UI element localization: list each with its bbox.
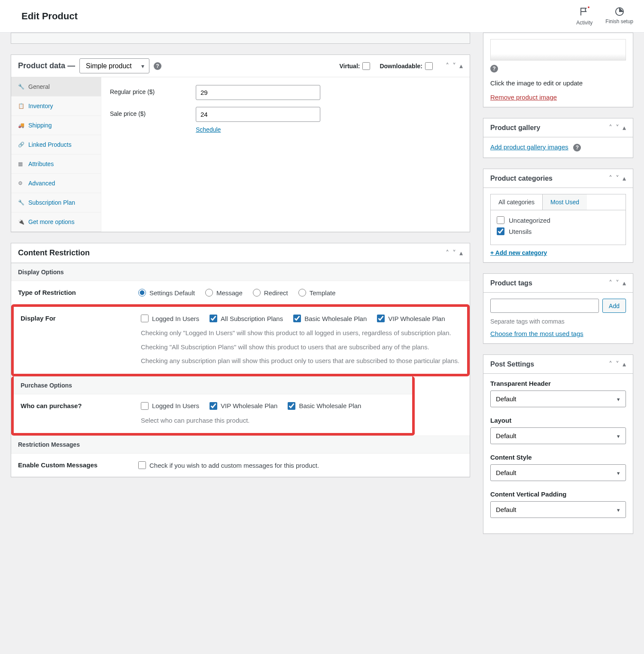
layout-label: Layout [490,417,626,424]
add-tag-button[interactable]: Add [602,299,626,313]
plugin-icon: 🔌 [18,219,24,225]
tab-inventory[interactable]: 📋Inventory [11,97,101,116]
enable-custom-label: Enable Custom Messages [18,461,138,469]
tab-shipping[interactable]: 🚚Shipping [11,116,101,135]
product-tags-box: Product tags ˄˅▴ Add Separate tags with … [483,273,633,344]
chevron-down-icon[interactable]: ˅ [616,360,619,368]
display-help-3: Checking any subscription plan will show… [141,356,460,366]
add-gallery-link[interactable]: Add product gallery images [490,143,568,151]
purchase-options-header: Purchase Options [14,376,412,394]
who-can-purchase-label: Who can purchase? [21,402,141,409]
regular-price-input[interactable] [196,85,320,100]
cat-uncategorized[interactable]: Uncategorized [497,216,620,224]
tab-advanced[interactable]: ⚙Advanced [11,174,101,193]
content-style-select[interactable]: Default [490,464,626,481]
tag-desc: Separate tags with commas [490,318,626,325]
restriction-template-radio[interactable]: Template [298,289,336,297]
link-icon: 🔗 [18,142,24,148]
layout-select[interactable]: Default [490,427,626,444]
wrench-icon: 🔧 [18,200,24,206]
chevron-up-icon[interactable]: ˄ [446,62,449,70]
choose-tags-link[interactable]: Choose from the most used tags [490,330,583,337]
vertical-padding-select[interactable]: Default [490,501,626,518]
restriction-default-radio[interactable]: Settings Default [138,289,195,297]
help-icon[interactable]: ? [490,65,498,73]
display-logged-in-check[interactable]: Logged In Users [141,315,199,322]
restriction-message-radio[interactable]: Message [205,289,243,297]
triangle-up-icon[interactable]: ▴ [623,174,626,182]
downloadable-toggle[interactable]: Downloadable: [380,62,433,70]
tab-subscription[interactable]: 🔧Subscription Plan [11,193,101,212]
display-basic-check[interactable]: Basic Wholesale Plan [293,315,367,322]
page-title: Edit Product [21,11,78,22]
transparent-header-label: Transparent Header [490,380,626,387]
product-gallery-box: Product gallery ˄˅▴ Add product gallery … [483,118,633,158]
restriction-redirect-radio[interactable]: Redirect [253,289,288,297]
purchase-help: Select who can purchase this product. [141,416,405,426]
cat-utensils[interactable]: Utensils [497,227,620,235]
purchase-basic-check[interactable]: Basic Wholesale Plan [288,402,361,410]
tag-input[interactable] [490,299,599,313]
chevron-up-icon[interactable]: ˄ [609,124,612,132]
chevron-up-icon[interactable]: ˄ [609,360,612,368]
content-restriction-box: Content Restriction ˄ ˅ ▴ Display Option… [11,243,470,477]
triangle-up-icon[interactable]: ▴ [623,279,626,287]
product-data-title: Product data — [18,61,75,70]
post-settings-box: Post Settings ˄˅▴ Transparent Header Def… [483,354,633,534]
chevron-down-icon[interactable]: ˅ [616,279,619,287]
chevron-down-icon[interactable]: ˅ [453,249,456,257]
help-icon[interactable]: ? [154,62,161,70]
content-restriction-title: Content Restriction [18,248,90,257]
clipboard-icon: 📋 [18,103,24,109]
enable-custom-check[interactable]: Check if you wish to add custom messages… [138,461,463,469]
remove-image-link[interactable]: Remove product image [490,94,557,101]
chevron-up-icon[interactable]: ˄ [609,174,612,182]
purchase-options-highlight: Purchase Options Who can purchase? Logge… [11,376,415,436]
tab-linked[interactable]: 🔗Linked Products [11,135,101,154]
display-for-highlight: Display For Logged In Users All Subscrip… [11,304,470,376]
triangle-up-icon[interactable]: ▴ [459,62,463,70]
add-category-link[interactable]: + Add new category [490,249,547,256]
tab-getmore[interactable]: 🔌Get more options [11,212,101,232]
product-type-select[interactable]: Simple product [79,58,149,73]
display-vip-check[interactable]: VIP Wholesale Plan [377,315,445,322]
page-header: Edit Product Activity Finish setup [0,0,644,33]
product-image[interactable] [490,39,626,61]
product-data-box: Product data — Simple product ? Virtual:… [11,54,470,232]
sale-price-label: Sale price ($) [110,107,196,117]
purchase-vip-check[interactable]: VIP Wholesale Plan [210,402,277,410]
word-count-bar [11,33,470,44]
sale-price-input[interactable] [196,107,320,122]
image-edit-text: Click the image to edit or update [490,79,626,87]
triangle-up-icon[interactable]: ▴ [459,249,463,257]
gear-icon: ⚙ [18,180,24,186]
wrench-icon: 🔧 [18,84,24,90]
regular-price-label: Regular price ($) [110,85,196,95]
display-all-plans-check[interactable]: All Subscription Plans [210,315,283,322]
tab-attributes[interactable]: ▦Attributes [11,154,101,174]
transparent-header-select[interactable]: Default [490,391,626,407]
chevron-down-icon[interactable]: ˅ [453,62,456,70]
chevron-down-icon[interactable]: ˅ [616,124,619,132]
purchase-logged-in-check[interactable]: Logged In Users [141,402,199,410]
product-categories-box: Product categories ˄˅▴ All categories Mo… [483,169,633,263]
truck-icon: 🚚 [18,122,24,128]
help-icon[interactable]: ? [573,144,581,151]
product-image-box: ? Click the image to edit or update Remo… [483,33,633,107]
cat-tab-all[interactable]: All categories [491,194,543,210]
display-help-1: Checking only "Logged In Users" will sho… [141,328,460,338]
grid-icon: ▦ [18,161,24,167]
chevron-up-icon[interactable]: ˄ [446,249,449,257]
triangle-up-icon[interactable]: ▴ [623,124,626,132]
chevron-up-icon[interactable]: ˄ [609,279,612,287]
triangle-up-icon[interactable]: ▴ [623,360,626,368]
tab-general[interactable]: 🔧General [11,77,101,97]
chevron-down-icon[interactable]: ˅ [616,174,619,182]
vertical-padding-label: Content Vertical Padding [490,490,626,498]
cat-tab-most-used[interactable]: Most Used [543,194,587,210]
finish-setup-button[interactable]: Finish setup [605,6,633,26]
virtual-toggle[interactable]: Virtual: [339,62,370,70]
schedule-link[interactable]: Schedule [196,126,221,133]
activity-button[interactable]: Activity [576,6,592,26]
display-help-2: Checking "All Subscription Plans" will s… [141,342,460,352]
